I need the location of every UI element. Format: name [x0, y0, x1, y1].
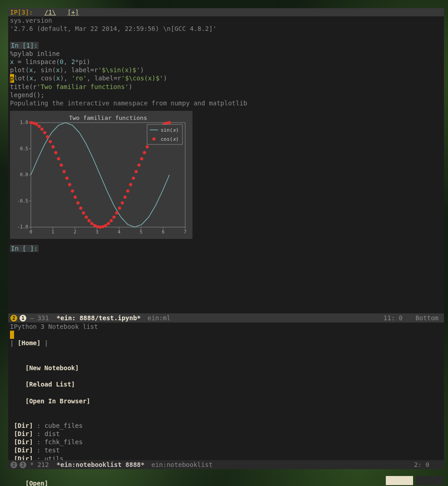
svg-point-54 [101, 225, 104, 228]
svg-point-57 [109, 219, 113, 222]
svg-point-47 [82, 211, 85, 214]
modeline-bottom: 2 2 * 212 *ein:notebooklist 8888* ein:no… [8, 460, 444, 469]
svg-point-30 [35, 123, 38, 126]
svg-point-34 [46, 135, 49, 139]
window-number-left: 2 [10, 315, 17, 322]
svg-point-41 [65, 177, 69, 180]
svg-point-68 [140, 157, 143, 160]
dir-name: test [44, 446, 60, 454]
window-number-left: 2 [10, 461, 17, 468]
svg-point-39 [60, 164, 63, 167]
svg-text:1.0: 1.0 [20, 120, 28, 125]
output-line: '2.7.6 (default, Mar 22 2014, 22:59:56) … [8, 25, 444, 33]
svg-point-65 [132, 177, 135, 180]
dir-row: [Dir] : test [8, 446, 444, 454]
action-row: [New Notebook] [Reload List] [Open In Br… [8, 356, 444, 413]
svg-point-40 [63, 170, 66, 173]
svg-text:-0.5: -0.5 [17, 198, 28, 203]
modeline-top: 2 1 — 331 *ein: 8888/test.ipynb* ein:ml … [8, 313, 444, 322]
code-line[interactable]: plot(x, sin(x), label=r'$\sin(x)$') [8, 66, 444, 74]
code-line[interactable]: %pylab inline [8, 50, 444, 58]
svg-point-66 [134, 170, 138, 173]
svg-point-35 [49, 140, 52, 143]
output-line: Populating the interactive namespace fro… [8, 99, 444, 107]
svg-point-63 [126, 189, 129, 193]
svg-text:Two familiar functions: Two familiar functions [69, 114, 147, 121]
tab-link[interactable]: /1\ [44, 9, 56, 16]
dir-row: [Dir] : cube_files [8, 422, 444, 430]
dir-tag[interactable]: [Dir] [14, 422, 33, 429]
dir-name: fchk_files [44, 438, 83, 446]
notebooklist-pane: IPython 3 Notebook list | [Home] | [New … [8, 322, 444, 460]
svg-point-53 [98, 226, 102, 229]
major-mode: ein:ml [148, 314, 171, 322]
svg-point-46 [79, 207, 82, 210]
breadcrumb: | [Home] | [8, 339, 444, 347]
svg-text:-1.0: -1.0 [17, 224, 28, 229]
svg-point-78 [168, 121, 171, 124]
new-notebook-button[interactable]: [New Notebook] [25, 364, 79, 372]
svg-point-77 [165, 121, 168, 124]
svg-text:2: 2 [74, 229, 76, 234]
taskbar-item[interactable] [386, 476, 413, 485]
major-mode: ein:notebooklist [151, 461, 212, 469]
code-line[interactable]: plot(x, cos(x), 'ro', label=r'$\cos(x)$'… [8, 74, 444, 82]
svg-text:0: 0 [30, 229, 32, 234]
buffer-name: *ein:notebooklist 8888* [57, 461, 145, 469]
svg-text:3: 3 [96, 229, 98, 234]
dir-row: [Dir] : fchk_files [8, 438, 444, 446]
svg-text:0.0: 0.0 [20, 172, 28, 177]
svg-point-49 [88, 219, 91, 222]
code-line[interactable]: title(r'Two familiar functions') [8, 83, 444, 91]
cell-prompt: In [ ]: [8, 244, 444, 253]
cursor [10, 331, 14, 339]
window-number-right: 1 [20, 315, 26, 322]
svg-point-37 [54, 151, 57, 154]
svg-point-55 [104, 224, 107, 227]
svg-text:1: 1 [52, 229, 54, 234]
cursor-position: 2: 0 [414, 461, 429, 468]
svg-text:6: 6 [162, 229, 164, 234]
cursor: p [10, 74, 14, 82]
scroll-position: Bottom [415, 314, 438, 322]
svg-point-58 [113, 216, 116, 219]
taskbar [8, 475, 444, 486]
svg-point-70 [146, 145, 149, 149]
svg-point-59 [115, 211, 118, 214]
svg-point-44 [74, 196, 77, 199]
new-tab-link[interactable]: [+] [68, 9, 79, 16]
code-line[interactable]: legend(); [8, 91, 444, 99]
kernel-label: IP[3]: [10, 9, 33, 16]
svg-point-29 [32, 121, 35, 124]
taskbar-item[interactable] [416, 476, 443, 485]
line-count: 331 [37, 314, 49, 322]
reload-list-button[interactable]: [Reload List] [25, 381, 75, 388]
cell-prompt: In [1]: [8, 41, 444, 50]
svg-point-36 [51, 145, 54, 149]
dir-tag[interactable]: [Dir] [14, 430, 33, 437]
chart-output: Two familiar functions01234567-1.0-0.50.… [10, 111, 192, 239]
dir-row: [Dir] : dist [8, 430, 444, 438]
dir-tag[interactable]: [Dir] [14, 438, 33, 446]
home-link[interactable]: [Home] [18, 339, 41, 347]
svg-point-48 [85, 216, 88, 219]
dir-tag[interactable]: [Dir] [14, 446, 33, 454]
svg-text:4: 4 [118, 229, 120, 234]
open-in-browser-button[interactable]: [Open In Browser] [25, 397, 90, 405]
code-line[interactable]: x = linspace(0, 2*pi) [8, 58, 444, 66]
svg-point-51 [93, 224, 96, 227]
svg-point-69 [143, 151, 146, 154]
svg-point-32 [40, 128, 44, 131]
empty-cell[interactable] [10, 253, 442, 261]
svg-point-61 [121, 201, 124, 204]
output-line: sys.version [8, 16, 444, 25]
line-count: 212 [37, 461, 49, 469]
svg-point-60 [118, 207, 121, 210]
svg-point-28 [30, 121, 33, 124]
buffer-name: *ein: 8888/test.ipynb* [57, 314, 141, 322]
page-title: IPython 3 Notebook list [8, 322, 444, 331]
dir-name: dist [44, 430, 60, 437]
svg-text:sin(x): sin(x) [161, 127, 179, 133]
svg-text:0.5: 0.5 [20, 146, 28, 151]
svg-point-62 [123, 196, 127, 199]
